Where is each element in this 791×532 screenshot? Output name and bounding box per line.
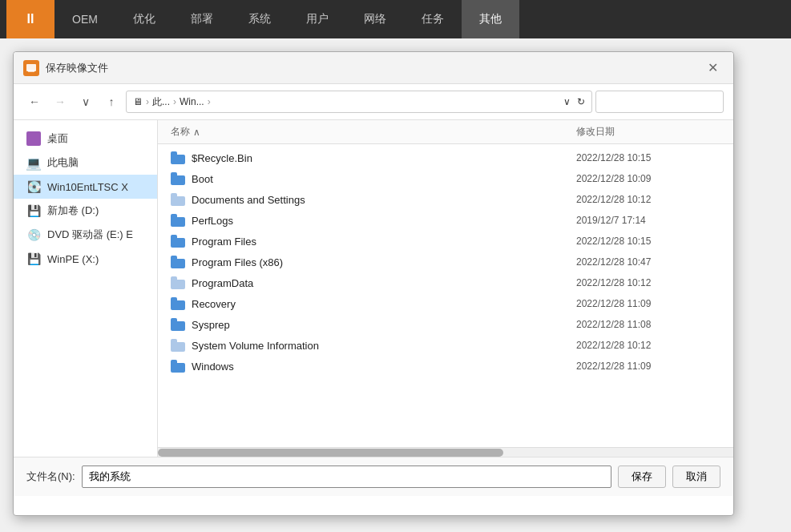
save-dialog: 保存映像文件 ✕ ← → ∨ ↑ 🖥 › 此... › Win... › ∨ ↻ — [13, 51, 734, 516]
address-part-1: 此... — [152, 95, 170, 109]
nav-item-network[interactable]: 网络 — [346, 0, 404, 38]
sidebar-label-pc: 此电脑 — [47, 155, 79, 170]
sidebar-item-pc[interactable]: 💻 此电脑 — [14, 151, 157, 175]
up-button[interactable]: ↑ — [100, 91, 123, 113]
cd-icon: 💿 — [26, 228, 41, 242]
file-date: 2022/12/28 10:12 — [576, 277, 720, 288]
cancel-button[interactable]: 取消 — [672, 466, 720, 488]
file-date: 2022/12/28 10:09 — [576, 173, 720, 184]
folder-icon — [171, 151, 185, 164]
file-name: Sysprep — [192, 319, 570, 331]
top-nav: II OEM 优化 部署 系统 用户 网络 任务 其他 — [0, 0, 791, 38]
file-list: $Recycle.Bin2022/12/28 10:15Boot2022/12/… — [158, 144, 733, 447]
file-area: 名称 ∧ 修改日期 $Recycle.Bin2022/12/28 10:15Bo… — [158, 120, 733, 457]
dialog-titlebar: 保存映像文件 ✕ — [14, 52, 733, 84]
sidebar-item-e[interactable]: 💿 DVD 驱动器 (E:) E — [14, 223, 157, 247]
file-header: 名称 ∧ 修改日期 — [158, 120, 733, 144]
folder-icon — [171, 235, 185, 248]
file-date: 2022/12/28 11:09 — [576, 361, 720, 372]
file-name: Windows — [192, 361, 570, 373]
file-date: 2019/12/7 17:14 — [576, 215, 720, 226]
address-icon: 🖥 — [133, 96, 143, 107]
file-date: 2022/12/28 10:47 — [576, 256, 720, 268]
sidebar-item-desktop[interactable]: 桌面 — [14, 127, 157, 151]
file-name: System Volume Information — [192, 340, 570, 352]
main-area: 保存映像文件 ✕ ← → ∨ ↑ 🖥 › 此... › Win... › ∨ ↻ — [0, 38, 791, 532]
file-row[interactable]: Documents and Settings2022/12/28 10:12 — [158, 189, 733, 210]
svg-rect-1 — [28, 70, 34, 72]
sidebar-label-win10: Win10EntLTSC X — [47, 181, 128, 193]
file-name: $Recycle.Bin — [192, 152, 570, 164]
file-row[interactable]: Program Files2022/12/28 10:15 — [158, 231, 733, 252]
sidebar: 桌面 💻 此电脑 💽 Win10EntLTSC X 💾 新加卷 (D:) 💿 D… — [14, 120, 158, 457]
toolbar-row: ← → ∨ ↑ 🖥 › 此... › Win... › ∨ ↻ — [14, 84, 733, 120]
folder-icon — [171, 172, 185, 185]
dialog-body: 桌面 💻 此电脑 💽 Win10EntLTSC X 💾 新加卷 (D:) 💿 D… — [14, 120, 733, 457]
pc-icon: 💻 — [26, 155, 41, 170]
address-bar[interactable]: 🖥 › 此... › Win... › ∨ ↻ — [126, 91, 592, 113]
dialog-title: 保存映像文件 — [46, 61, 701, 75]
search-input[interactable] — [595, 91, 724, 113]
folder-icon — [171, 214, 185, 227]
address-dropdown-icon[interactable]: ∨ — [563, 96, 571, 107]
file-name: Program Files (x86) — [192, 256, 570, 268]
file-row[interactable]: System Volume Information2022/12/28 10:1… — [158, 335, 733, 356]
hscroll-thumb[interactable] — [158, 449, 503, 457]
sidebar-label-desktop: 桌面 — [47, 131, 68, 146]
column-header-date[interactable]: 修改日期 — [576, 125, 720, 139]
filename-input[interactable] — [82, 466, 611, 488]
nav-item-deploy[interactable]: 部署 — [173, 0, 231, 38]
sidebar-item-win10[interactable]: 💽 Win10EntLTSC X — [14, 175, 157, 199]
nav-item-ii[interactable]: II — [6, 0, 54, 38]
sidebar-item-x[interactable]: 💾 WinPE (X:) — [14, 247, 157, 271]
dropdown-button[interactable]: ∨ — [75, 91, 97, 113]
nav-item-other[interactable]: 其他 — [462, 0, 519, 38]
file-row[interactable]: Sysprep2022/12/28 11:08 — [158, 314, 733, 335]
nav-item-system[interactable]: 系统 — [231, 0, 289, 38]
address-separator: › — [146, 96, 149, 107]
dialog-title-icon — [23, 60, 39, 76]
nav-item-task[interactable]: 任务 — [404, 0, 462, 38]
file-date: 2022/12/28 11:09 — [576, 298, 720, 309]
folder-icon — [171, 256, 185, 268]
save-button[interactable]: 保存 — [618, 466, 666, 488]
folder-icon — [171, 339, 185, 352]
file-row[interactable]: Windows2022/12/28 11:09 — [158, 356, 733, 377]
column-header-name[interactable]: 名称 ∧ — [171, 125, 576, 139]
nav-item-oem[interactable]: OEM — [54, 0, 115, 38]
file-date: 2022/12/28 11:08 — [576, 319, 720, 330]
address-refresh-icon[interactable]: ↻ — [577, 96, 585, 107]
file-row[interactable]: $Recycle.Bin2022/12/28 10:15 — [158, 147, 733, 168]
forward-button[interactable]: → — [49, 91, 71, 113]
file-date: 2022/12/28 10:12 — [576, 340, 720, 351]
dialog-footer: 文件名(N): 保存 取消 — [14, 457, 733, 496]
file-row[interactable]: Program Files (x86)2022/12/28 10:47 — [158, 252, 733, 272]
drive-icon-win10: 💽 — [26, 179, 41, 194]
file-row[interactable]: Boot2022/12/28 10:09 — [158, 168, 733, 189]
nav-item-user[interactable]: 用户 — [289, 0, 346, 38]
back-button[interactable]: ← — [23, 91, 46, 113]
horizontal-scrollbar[interactable] — [158, 447, 733, 457]
address-separator-3: › — [208, 96, 211, 107]
filename-label: 文件名(N): — [26, 470, 75, 484]
file-name: Program Files — [192, 236, 570, 248]
file-name: Boot — [192, 173, 570, 185]
sidebar-item-d[interactable]: 💾 新加卷 (D:) — [14, 199, 157, 223]
folder-icon — [171, 360, 185, 373]
nav-item-optimize[interactable]: 优化 — [115, 0, 173, 38]
folder-icon — [171, 318, 185, 331]
sidebar-label-d: 新加卷 (D:) — [47, 204, 99, 218]
drive-icon-d: 💾 — [26, 204, 41, 218]
file-row[interactable]: Recovery2022/12/28 11:09 — [158, 293, 733, 314]
dialog-close-button[interactable]: ✕ — [701, 57, 724, 79]
address-separator-2: › — [173, 96, 176, 107]
address-part-2: Win... — [180, 96, 204, 107]
drive-icon-x: 💾 — [26, 252, 41, 266]
file-row[interactable]: PerfLogs2019/12/7 17:14 — [158, 210, 733, 231]
file-date: 2022/12/28 10:12 — [576, 194, 720, 205]
file-name: PerfLogs — [192, 215, 570, 227]
desktop-icon — [26, 131, 41, 146]
file-row[interactable]: ProgramData2022/12/28 10:12 — [158, 272, 733, 293]
file-name: Recovery — [192, 298, 570, 310]
file-date: 2022/12/28 10:15 — [576, 236, 720, 247]
